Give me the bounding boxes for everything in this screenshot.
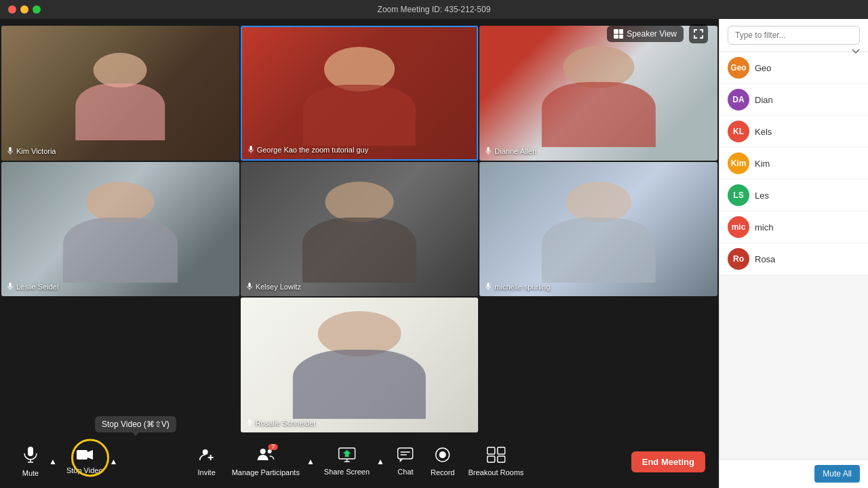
participant-name: Kels: [755, 127, 860, 137]
participant-item[interactable]: Kim Kim: [719, 148, 868, 180]
participant-name-rosalie: Rosalie Schneider: [256, 419, 316, 427]
avatar: DA: [728, 89, 749, 110]
participant-name: Dian: [755, 95, 860, 105]
participant-name-michelle: michelle spurling: [494, 283, 550, 291]
stop-video-button[interactable]: Stop Video: [61, 445, 108, 479]
svg-rect-6: [9, 283, 11, 287]
share-screen-button[interactable]: Share Screen: [319, 443, 375, 480]
window-title: Zoom Meeting ID: 435-212-509: [378, 5, 491, 14]
video-cell-michelle: michelle spurling: [479, 162, 717, 297]
svg-rect-0: [9, 147, 11, 152]
participant-name-kelsey: Kelsey Lowitz: [256, 283, 301, 291]
video-grid: Kim Victoria George Kao the zoom tutoria…: [0, 24, 719, 434]
participant-name-kim: Kim Victoria: [16, 147, 56, 155]
end-meeting-button[interactable]: End Meeting: [631, 451, 705, 472]
participant-item[interactable]: LS Les: [719, 180, 868, 211]
toolbar-center: Invite 7 Ma: [190, 443, 530, 481]
name-tag-dianne: Dianne Allen: [485, 147, 536, 155]
breakout-rooms-button[interactable]: Breakout Rooms: [462, 443, 529, 481]
video-cell-leslie: Leslie Seidel: [1, 162, 239, 297]
name-tag-kelsey: Kelsey Lowitz: [246, 283, 301, 291]
participant-count-badge: 7: [269, 444, 278, 450]
participants-arrow-button[interactable]: ▲: [305, 453, 316, 470]
svg-point-22: [260, 449, 266, 454]
svg-rect-37: [497, 456, 505, 462]
avatar: LS: [728, 184, 749, 206]
mute-arrow-button[interactable]: ▲: [47, 453, 58, 470]
mic-icon-kim: [7, 147, 14, 155]
sidebar-header: [719, 19, 868, 52]
svg-rect-4: [488, 147, 490, 152]
svg-rect-35: [497, 447, 505, 454]
mic-icon-kelsey: [246, 283, 253, 291]
manage-participants-control: 7 Manage Participants ▲: [226, 443, 316, 481]
video-cell-empty-2: [479, 298, 717, 432]
record-label: Record: [431, 468, 454, 476]
participant-item[interactable]: DA Dian: [719, 84, 868, 116]
toolbar-right: End Meeting: [631, 451, 705, 472]
stop-video-arrow-button[interactable]: ▲: [108, 453, 119, 470]
maximize-button[interactable]: [33, 5, 41, 14]
avatar: Ro: [728, 248, 749, 270]
svg-rect-17: [77, 450, 87, 460]
mic-icon-michelle: [485, 283, 492, 291]
mute-control: Mute ▲: [14, 442, 58, 481]
participant-item[interactable]: KL Kels: [719, 116, 868, 148]
svg-rect-34: [487, 447, 494, 454]
bottom-toolbar: Mute ▲ Stop Video: [0, 435, 719, 488]
stop-video-control: Stop Video ▲: [61, 445, 119, 479]
invite-button[interactable]: Invite: [190, 443, 224, 481]
record-button[interactable]: Record: [425, 443, 460, 481]
svg-marker-31: [400, 460, 403, 462]
close-button[interactable]: [8, 5, 16, 14]
chat-button[interactable]: Chat: [389, 443, 422, 480]
participant-item[interactable]: Geo Geo: [719, 52, 868, 84]
svg-point-19: [203, 449, 208, 455]
mute-button[interactable]: Mute: [14, 442, 47, 481]
title-bar: Zoom Meeting ID: 435-212-509: [0, 0, 868, 19]
camera-icon: [76, 449, 94, 464]
svg-rect-10: [488, 283, 490, 287]
minimize-button[interactable]: [20, 5, 28, 14]
video-cell-empty-1: [1, 298, 239, 432]
video-cell-dianne: Dianne Allen: [479, 26, 717, 161]
svg-rect-36: [487, 456, 494, 462]
svg-rect-12: [248, 419, 250, 424]
manage-participants-button[interactable]: 7 Manage Participants: [226, 443, 305, 481]
tooltip-text: Stop Video (⌘⇧V): [102, 420, 170, 429]
chevron-down-icon: [852, 45, 860, 57]
mute-all-button[interactable]: Mute All: [814, 465, 860, 483]
top-toolbar: Speaker View: [607, 24, 708, 43]
video-cell-kim: Kim Victoria: [1, 26, 239, 161]
mic-icon-george: [248, 146, 254, 154]
main-container: Speaker View Kim Victoria: [0, 19, 868, 488]
participant-name: Les: [755, 190, 860, 201]
mic-icon: [23, 446, 38, 466]
name-tag-kim: Kim Victoria: [7, 147, 56, 155]
chat-label: Chat: [397, 468, 413, 476]
record-icon: [435, 447, 451, 466]
participant-name-george: George Kao the zoom tutorial guy: [257, 146, 368, 154]
svg-marker-27: [342, 450, 351, 457]
window-controls: [8, 5, 41, 14]
share-screen-arrow-button[interactable]: ▲: [375, 453, 386, 470]
name-tag-rosalie: Rosalie Schneider: [246, 419, 316, 427]
participant-name-dianne: Dianne Allen: [494, 147, 536, 155]
participants-list: Geo Geo DA Dian KL Kels Kim Kim LS Les m…: [719, 52, 868, 459]
video-cell-rosalie: Rosalie Schneider: [241, 298, 479, 432]
speaker-view-button[interactable]: Speaker View: [607, 26, 684, 42]
svg-point-33: [439, 451, 446, 458]
stop-video-tooltip: Stop Video (⌘⇧V): [95, 416, 176, 432]
participant-search-input[interactable]: [728, 26, 860, 45]
stop-video-label: Stop Video: [66, 466, 103, 474]
name-tag-george: George Kao the zoom tutorial guy: [248, 146, 368, 154]
fullscreen-button[interactable]: [689, 24, 708, 43]
breakout-rooms-label: Breakout Rooms: [468, 468, 524, 476]
avatar: mic: [728, 216, 749, 238]
participant-name: mich: [755, 222, 860, 232]
invite-label: Invite: [197, 468, 215, 476]
participant-item[interactable]: mic mich: [719, 211, 868, 243]
share-screen-label: Share Screen: [324, 468, 370, 476]
participant-item[interactable]: Ro Rosa: [719, 243, 868, 275]
sidebar-footer: Mute All: [719, 459, 868, 488]
